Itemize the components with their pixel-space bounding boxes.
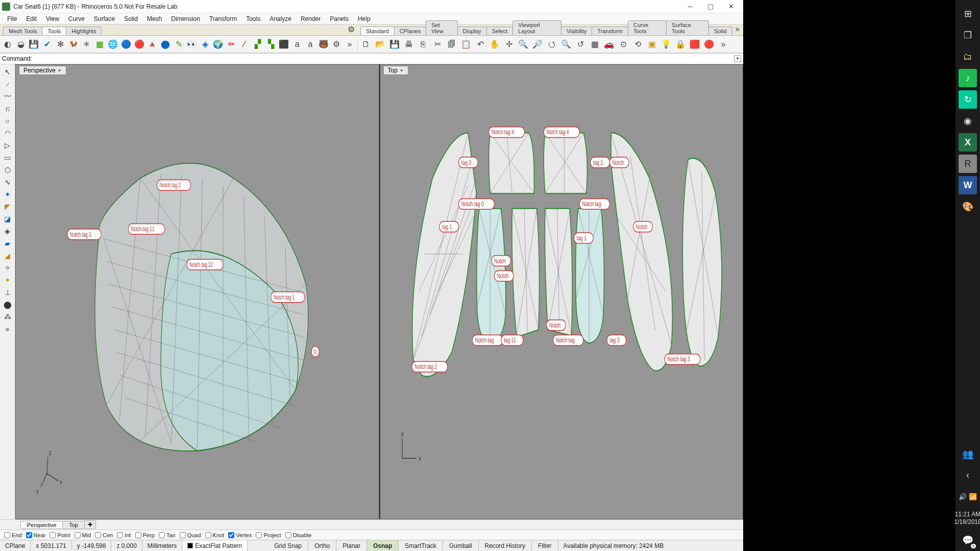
- explorer-icon[interactable]: 🗂: [959, 47, 977, 66]
- tool-icon[interactable]: ✏: [226, 38, 237, 51]
- status-units[interactable]: Millimeters: [142, 540, 182, 551]
- tool-icon[interactable]: 🔴: [703, 38, 715, 51]
- snap-int[interactable]: Int: [117, 532, 131, 538]
- status-toggle-smarttrack[interactable]: SmartTrack: [399, 540, 443, 551]
- light-icon[interactable]: 💡: [660, 38, 672, 51]
- tool-icon[interactable]: ▷: [2, 140, 13, 151]
- menu-help[interactable]: Help: [354, 14, 375, 23]
- tool-icon[interactable]: 〰: [2, 91, 13, 102]
- status-toggle-filter[interactable]: Filter: [532, 540, 558, 551]
- tool-icon[interactable]: ▦: [94, 38, 105, 51]
- tool-icon[interactable]: ✎: [173, 38, 184, 51]
- tool-icon[interactable]: ✦: [2, 274, 13, 286]
- excel-icon[interactable]: X: [959, 133, 977, 152]
- tool-icon[interactable]: ⬛: [278, 38, 289, 51]
- grid-icon[interactable]: ▦: [589, 38, 601, 51]
- viewtab-perspective[interactable]: Perspective: [20, 521, 63, 529]
- menu-view[interactable]: View: [42, 14, 63, 23]
- close-button[interactable]: ✕: [721, 0, 741, 13]
- tab-visibility[interactable]: Visibility: [561, 27, 593, 35]
- menu-transform[interactable]: Transform: [205, 14, 241, 23]
- tool-icon[interactable]: ▚: [265, 38, 277, 51]
- menu-file[interactable]: File: [3, 14, 21, 23]
- box-icon[interactable]: ◪: [2, 213, 13, 224]
- paint-icon[interactable]: 🎨: [959, 197, 977, 216]
- copy-icon[interactable]: ⎘: [417, 38, 429, 51]
- menu-dimension[interactable]: Dimension: [167, 14, 204, 23]
- snap-near[interactable]: Near: [26, 532, 46, 538]
- tool-icon[interactable]: ⟋: [2, 79, 13, 90]
- tool-icon[interactable]: 🔺: [147, 38, 158, 51]
- snap-perp[interactable]: Perp: [135, 532, 155, 538]
- status-toggle-planar[interactable]: Planar: [336, 540, 367, 551]
- tool-icon[interactable]: 🔵: [120, 38, 132, 51]
- tool-icon[interactable]: ↺: [574, 38, 586, 51]
- tool-icon[interactable]: 🐻: [318, 38, 329, 51]
- tool-icon[interactable]: ◤: [2, 201, 13, 212]
- tool-icon[interactable]: ◒: [15, 38, 27, 51]
- start-icon[interactable]: ⊞: [959, 5, 977, 23]
- menu-edit[interactable]: Edit: [22, 14, 41, 23]
- chrome-icon[interactable]: ◉: [959, 112, 977, 130]
- tool-icon[interactable]: 🌍: [213, 38, 224, 51]
- zoomwin-icon[interactable]: 🔍: [517, 38, 529, 51]
- tab-surface-tools[interactable]: Surface Tools: [666, 20, 709, 35]
- taskview-icon[interactable]: ❐: [959, 26, 977, 44]
- tray-up-icon[interactable]: ‹: [959, 466, 977, 485]
- lock-icon[interactable]: 🔒: [674, 38, 687, 51]
- tool-icon[interactable]: ✻: [55, 38, 66, 51]
- zoom-icon[interactable]: ✢: [503, 38, 515, 51]
- cut-icon[interactable]: ✂: [431, 38, 444, 51]
- snap-cen[interactable]: Cen: [95, 532, 113, 538]
- tab-setview[interactable]: Set View: [426, 20, 457, 35]
- tool-icon[interactable]: ∿: [2, 177, 13, 188]
- menu-surface[interactable]: Surface: [90, 14, 119, 23]
- word-icon[interactable]: W: [959, 176, 977, 194]
- taskbar-clock[interactable]: 11:21 AM 1/18/2018: [954, 511, 980, 527]
- menu-analyze[interactable]: Analyze: [265, 14, 296, 23]
- paste-icon[interactable]: 📋: [460, 38, 472, 51]
- pan-icon[interactable]: ✋: [488, 38, 501, 51]
- tab-curve-tools[interactable]: Curve Tools: [628, 20, 667, 35]
- tool-icon[interactable]: ▣: [646, 38, 658, 51]
- tool-icon[interactable]: ▰: [2, 238, 13, 249]
- snap-mid[interactable]: Mid: [75, 532, 91, 538]
- expand-icon[interactable]: »: [2, 323, 13, 335]
- status-toggle-record history[interactable]: Record History: [479, 540, 532, 551]
- tab-select[interactable]: Select: [486, 27, 513, 35]
- status-layer[interactable]: ExactFlat Pattern: [182, 540, 248, 551]
- snap-end[interactable]: End: [4, 532, 22, 538]
- command-history-icon[interactable]: ▾: [734, 55, 741, 62]
- menu-render[interactable]: Render: [297, 14, 325, 23]
- tool-icon[interactable]: 🚗: [603, 38, 615, 51]
- status-toggle-grid snap[interactable]: Grid Snap: [268, 540, 308, 551]
- status-toggle-ortho[interactable]: Ortho: [308, 540, 336, 551]
- tool-icon[interactable]: ⎌: [2, 103, 13, 114]
- minimize-button[interactable]: ─: [680, 0, 700, 13]
- tool-icon[interactable]: 🟥: [689, 38, 701, 51]
- status-cplane[interactable]: CPlane: [0, 540, 31, 551]
- status-toggle-gumball[interactable]: Gumball: [443, 540, 479, 551]
- snap-point[interactable]: Point: [50, 532, 70, 538]
- tab-transform[interactable]: Transform: [592, 27, 628, 35]
- tool-icon[interactable]: a: [291, 38, 303, 51]
- tab-mesh-tools[interactable]: Mesh Tools: [3, 27, 42, 35]
- snap-knot[interactable]: Knot: [205, 532, 225, 538]
- app-icon[interactable]: ↻: [959, 90, 977, 109]
- rect-icon[interactable]: ▭: [2, 152, 13, 163]
- tool-icon[interactable]: ⬡: [2, 164, 13, 176]
- tool-icon[interactable]: ◠: [2, 128, 13, 139]
- rotate-icon[interactable]: ⭯: [546, 38, 558, 51]
- people-icon[interactable]: 👥: [959, 445, 977, 463]
- tool-icon[interactable]: ◢: [2, 250, 13, 261]
- copy2-icon[interactable]: 🗐: [446, 38, 458, 51]
- snap-vertex[interactable]: Vertex: [228, 532, 252, 538]
- save-icon[interactable]: 💾: [388, 38, 401, 51]
- snap-quad[interactable]: Quad: [180, 532, 201, 538]
- viewtab-add[interactable]: ✚: [84, 520, 96, 529]
- undo-icon[interactable]: ↶: [474, 38, 486, 51]
- print-icon[interactable]: 🖶: [403, 38, 415, 51]
- viewport-perspective[interactable]: Perspective▼ x y z: [15, 64, 379, 519]
- viewtab-top[interactable]: Top: [62, 521, 85, 529]
- zoomext-icon[interactable]: 🔎: [531, 38, 544, 51]
